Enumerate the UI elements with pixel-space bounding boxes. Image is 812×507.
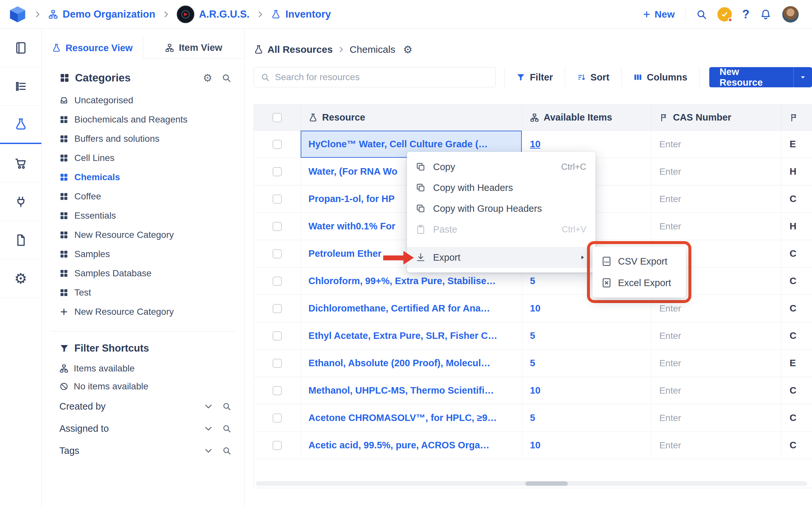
columns-button[interactable]: Columns: [621, 67, 699, 87]
table-row[interactable]: Ethyl Acetate, Extra Pure, SLR, Fisher C…: [254, 322, 812, 350]
breadcrumb-all-resources[interactable]: All Resources: [254, 44, 333, 55]
filter-no-items-available[interactable]: No items available: [59, 377, 231, 395]
filter-assigned-to[interactable]: Assigned to: [59, 417, 231, 440]
row-checkbox[interactable]: [272, 194, 282, 204]
resource-link[interactable]: Petroleum Ether: [308, 248, 382, 259]
help-button[interactable]: ?: [742, 7, 749, 21]
submenu-item-csv-export[interactable]: CSV Export: [593, 250, 686, 272]
resource-link[interactable]: Acetic acid, 99.5%, pure, ACROS Orga…: [308, 440, 490, 451]
extra-cell-value[interactable]: H: [790, 221, 796, 232]
resource-link[interactable]: Ethyl Acetate, Extra Pure, SLR, Fisher C…: [308, 330, 497, 341]
extra-cell-value[interactable]: C: [790, 330, 796, 341]
category-item[interactable]: Biochemicals and Reagents: [59, 110, 231, 129]
extra-cell-value[interactable]: C: [790, 412, 796, 423]
column-header-available-items[interactable]: Available Items: [544, 112, 612, 123]
cas-input-placeholder[interactable]: Enter: [659, 331, 681, 341]
breadcrumb-workspace[interactable]: A.R.G.U.S.: [177, 6, 249, 23]
resource-link[interactable]: Water, (For RNA Wo: [308, 166, 398, 177]
horizontal-scrollbar[interactable]: [256, 481, 807, 486]
available-items-value[interactable]: 10: [530, 385, 540, 396]
chevron-down-icon[interactable]: [204, 424, 213, 433]
category-item[interactable]: New Resource Category: [59, 225, 231, 244]
new-button[interactable]: New: [642, 9, 675, 20]
sort-button[interactable]: Sort: [565, 67, 621, 87]
row-checkbox[interactable]: [272, 277, 282, 286]
user-avatar[interactable]: [782, 6, 799, 23]
rail-item-devices[interactable]: [0, 182, 41, 221]
category-item[interactable]: Essentials: [59, 206, 231, 225]
category-item[interactable]: Samples: [59, 244, 231, 264]
category-item[interactable]: Buffers and solutions: [59, 129, 231, 148]
rail-item-settings[interactable]: ⚙: [0, 259, 41, 298]
available-items-value[interactable]: 5: [530, 412, 535, 423]
available-items-value[interactable]: 10: [530, 303, 540, 314]
row-checkbox[interactable]: [272, 331, 282, 340]
add-category-button[interactable]: New Resource Category: [59, 302, 231, 321]
categories-settings-gear-icon[interactable]: ⚙: [203, 73, 212, 83]
available-items-value[interactable]: 5: [530, 330, 535, 341]
category-item[interactable]: Samples Database: [59, 264, 231, 283]
breadcrumb-organization[interactable]: Demo Organization: [48, 8, 155, 20]
extra-cell-value[interactable]: C: [790, 248, 796, 259]
row-checkbox[interactable]: [272, 222, 282, 231]
row-checkbox[interactable]: [272, 359, 282, 368]
extra-cell-value[interactable]: C: [790, 385, 796, 396]
new-resource-dropdown[interactable]: [794, 67, 812, 87]
horizontal-scrollbar-thumb[interactable]: [525, 481, 568, 486]
chevron-down-icon[interactable]: [204, 446, 213, 455]
cas-input-placeholder[interactable]: Enter: [659, 440, 681, 451]
table-row[interactable]: Methanol, UHPLC-MS, Thermo Scientifi… 10…: [254, 377, 812, 404]
row-checkbox[interactable]: [272, 167, 282, 176]
table-row[interactable]: Ethanol, Absolute (200 Proof), Molecul… …: [254, 350, 812, 377]
resource-link[interactable]: Chloroform, 99+%, Extra Pure, Stabilise…: [308, 276, 496, 286]
column-header-resource[interactable]: Resource: [322, 112, 365, 123]
cas-input-placeholder[interactable]: Enter: [659, 167, 681, 177]
row-checkbox[interactable]: [272, 413, 282, 422]
extra-cell-value[interactable]: C: [790, 303, 796, 314]
available-items-value[interactable]: 10: [530, 139, 540, 150]
table-row[interactable]: Acetic acid, 99.5%, pure, ACROS Orga… 10…: [254, 432, 812, 459]
table-row[interactable]: Acetone CHROMASOLV™, for HPLC, ≥9… 5 Ent…: [254, 404, 812, 432]
column-header-cas-number[interactable]: CAS Number: [673, 112, 731, 123]
extra-cell-value[interactable]: C: [790, 193, 796, 204]
rail-item-inventory[interactable]: [0, 106, 41, 144]
category-item-uncategorised[interactable]: Uncategorised: [59, 91, 231, 110]
category-item[interactable]: Test: [59, 283, 231, 302]
search-icon[interactable]: [696, 9, 707, 20]
search-icon[interactable]: [222, 402, 231, 411]
extra-cell-value[interactable]: E: [790, 358, 796, 369]
cas-input-placeholder[interactable]: Enter: [659, 194, 681, 204]
bell-icon[interactable]: [760, 8, 771, 20]
category-settings-gear-icon[interactable]: ⚙: [403, 44, 412, 55]
extra-cell-value[interactable]: C: [790, 440, 796, 451]
row-checkbox[interactable]: [272, 304, 282, 313]
filter-button[interactable]: Filter: [504, 67, 565, 87]
new-resource-button[interactable]: New Resource: [709, 67, 812, 87]
search-icon[interactable]: [222, 446, 231, 455]
select-all-checkbox[interactable]: [272, 113, 282, 122]
available-items-value[interactable]: 10: [530, 440, 540, 451]
extra-cell-value[interactable]: C: [790, 276, 796, 286]
submenu-item-excel-export[interactable]: Excel Export: [593, 272, 686, 294]
category-item[interactable]: Coffee: [59, 187, 231, 206]
extra-cell-value[interactable]: H: [790, 166, 796, 177]
cas-input-placeholder[interactable]: Enter: [659, 413, 681, 423]
menu-item-copy-with-headers[interactable]: Copy with Headers: [407, 177, 596, 198]
cas-input-placeholder[interactable]: Enter: [659, 358, 681, 369]
filter-items-available[interactable]: Items available: [59, 359, 231, 377]
rail-item-notebook[interactable]: [0, 29, 41, 67]
filter-created-by[interactable]: Created by: [59, 395, 231, 417]
row-checkbox[interactable]: [272, 386, 282, 395]
tab-item-view[interactable]: Item View: [143, 37, 244, 59]
search-icon[interactable]: [222, 424, 231, 433]
row-checkbox[interactable]: [272, 249, 282, 259]
row-checkbox[interactable]: [272, 441, 282, 450]
resource-link[interactable]: Ethanol, Absolute (200 Proof), Molecul…: [308, 358, 491, 369]
rail-item-orders[interactable]: [0, 144, 41, 182]
cas-input-placeholder[interactable]: Enter: [659, 139, 681, 150]
resource-link[interactable]: Propan-1-ol, for HP: [308, 193, 395, 204]
chevron-down-icon[interactable]: [204, 402, 213, 411]
rail-item-reports[interactable]: [0, 221, 41, 259]
available-items-value[interactable]: 5: [530, 358, 535, 369]
search-input[interactable]: [275, 72, 489, 82]
